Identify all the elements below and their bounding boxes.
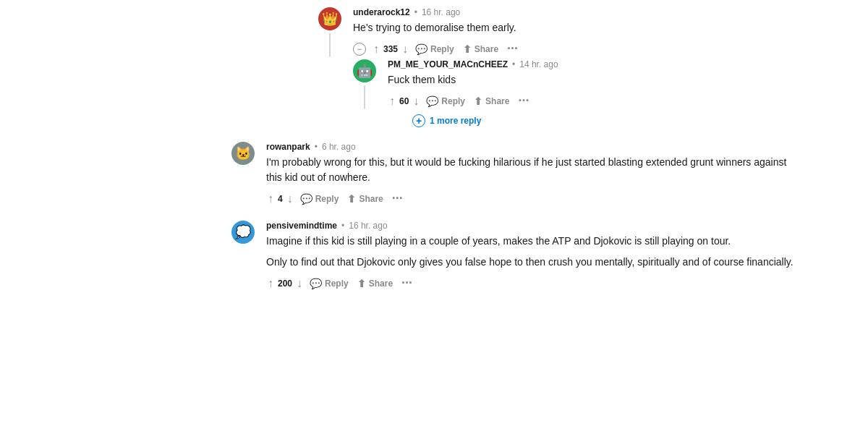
timestamp-underarock: 16 hr. ago [422,7,460,17]
reply-button-pensive[interactable]: 💬 Reply [307,276,352,291]
share-button-underarock[interactable]: ⬆ Share [460,42,501,56]
reply-button-pm[interactable]: 💬 Reply [423,94,468,109]
reply-icon-underarock: 💬 [415,43,427,55]
share-button-pm[interactable]: ⬆ Share [471,94,512,109]
avatar-pm: 🤖 [353,59,376,82]
timestamp-rowanpark: 6 hr. ago [322,142,356,152]
share-icon-underarock: ⬆ [463,43,472,55]
comment-header-pm: PM_ME_YOUR_MACnCHEEZ • 14 hr. ago [388,59,796,69]
minimize-button-underarock[interactable]: − [353,43,366,56]
upvote-button-rowanpark[interactable]: ↑ [266,192,275,206]
comment-actions-pm: ↑ 60 ↓ 💬 Reply ⬆ Share ··· [388,93,796,109]
reply-icon-rowanpark: 💬 [300,193,312,205]
reply-button-rowanpark[interactable]: 💬 Reply [297,192,342,206]
share-icon-pensive: ⬆ [357,278,366,289]
more-replies-icon: + [412,114,425,127]
upvote-button-pensive[interactable]: ↑ [266,276,275,291]
comment-text-rowanpark: I'm probably wrong for this, but it woul… [266,155,796,185]
vote-count-pm: 60 [399,96,409,106]
timestamp-pensive: 16 hr. ago [349,221,387,231]
reply-button-underarock[interactable]: 💬 Reply [412,42,457,56]
avatar-pensive: 💭 [231,221,255,244]
downvote-button-pensive[interactable]: ↓ [295,276,304,291]
more-button-underarock[interactable]: ··· [504,41,521,56]
comment-header-rowanpark: rowanpark • 6 hr. ago [266,142,796,152]
vote-count-underarock: 335 [383,44,398,54]
comment-actions-rowanpark: ↑ 4 ↓ 💬 Reply ⬆ Share ··· [266,191,796,206]
downvote-button-rowanpark[interactable]: ↓ [286,192,294,206]
vote-count-pensive: 200 [278,278,292,289]
comment-actions-underarock: − ↑ 335 ↓ 💬 Reply ⬆ Share ··· [353,41,796,56]
share-button-pensive[interactable]: ⬆ Share [354,276,396,291]
more-button-rowanpark[interactable]: ··· [389,191,406,206]
comment-text-pm: Fuck them kids [388,72,796,88]
share-icon-pm: ⬆ [474,95,482,107]
reply-icon-pm: 💬 [426,95,438,107]
avatar-rowanpark: 🐱 [231,142,255,165]
downvote-button-underarock[interactable]: ↓ [401,42,409,56]
comment-text-underarock: He's trying to demoralise them early. [353,20,796,35]
upvote-button-underarock[interactable]: ↑ [372,42,380,56]
comment-header-underarock: underarock12 • 16 hr. ago [353,7,796,17]
share-button-rowanpark[interactable]: ⬆ Share [344,192,386,206]
avatar-underarock: 👑 [318,7,341,30]
downvote-button-pm[interactable]: ↓ [412,94,420,109]
vote-count-rowanpark: 4 [278,194,283,204]
comment-text-pensive-2: Only to find out that Djokovic only give… [266,255,796,270]
username-rowanpark: rowanpark [266,142,310,152]
more-replies-link[interactable]: + 1 more reply [412,114,796,127]
comment-actions-pensive: ↑ 200 ↓ 💬 Reply ⬆ Share ··· [266,276,796,291]
share-icon-rowanpark: ⬆ [347,193,356,205]
more-button-pm[interactable]: ··· [515,93,532,109]
upvote-button-pm[interactable]: ↑ [388,94,396,109]
reply-icon-pensive: 💬 [310,278,322,289]
username-pensive: pensivemindtime [266,221,337,231]
comment-header-pensive: pensivemindtime • 16 hr. ago [266,221,796,231]
username-underarock: underarock12 [353,7,410,17]
username-pm: PM_ME_YOUR_MACnCHEEZ [388,59,508,69]
timestamp-pm: 14 hr. ago [519,59,558,69]
comment-text-pensive-1: Imagine if this kid is still playing in … [266,234,796,249]
more-button-pensive[interactable]: ··· [399,276,415,291]
